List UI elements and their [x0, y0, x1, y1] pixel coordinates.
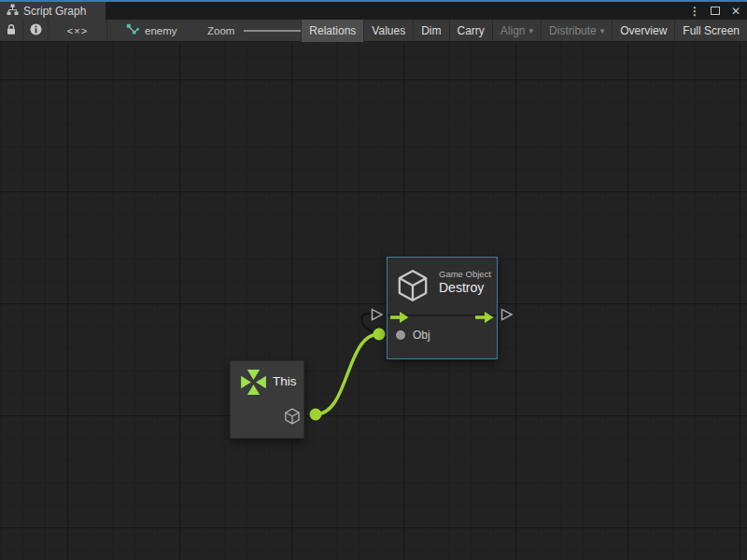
- gameobject-cube-icon: [394, 267, 431, 308]
- hierarchy-icon: [7, 4, 19, 19]
- code-view-button[interactable]: <×>: [49, 20, 107, 42]
- dim-button[interactable]: Dim: [413, 20, 448, 42]
- graph-asset-icon: [126, 23, 139, 38]
- script-graph-window: Script Graph ⋮ ✕: [0, 0, 747, 560]
- graph-name: enemy: [145, 25, 177, 36]
- tab-script-graph[interactable]: Script Graph: [0, 2, 106, 20]
- carry-button[interactable]: Carry: [449, 20, 492, 42]
- value-connection-wire[interactable]: [316, 334, 379, 414]
- node-title: This: [273, 374, 297, 388]
- maximize-icon: [711, 7, 720, 15]
- lock-icon: [6, 23, 17, 38]
- node-title: Destroy: [439, 280, 484, 295]
- relations-button[interactable]: Relations: [301, 20, 363, 42]
- gameobject-output-port[interactable]: [283, 407, 302, 429]
- info-icon: [30, 23, 42, 38]
- obj-input-port[interactable]: [396, 330, 405, 340]
- control-input-port[interactable]: [371, 308, 384, 325]
- tab-bar: Script Graph ⋮ ✕: [0, 2, 747, 20]
- code-view-icon: <×>: [67, 25, 88, 36]
- values-button[interactable]: Values: [363, 20, 413, 42]
- wire-source-dot: [310, 409, 322, 421]
- toolbar-buttons: Relations Values Dim Carry Align ▾ Distr…: [301, 20, 747, 42]
- node-category: Game Object: [439, 269, 491, 279]
- chevron-down-icon: ▾: [529, 26, 534, 35]
- close-button[interactable]: ✕: [728, 4, 743, 19]
- align-button[interactable]: Align ▾: [492, 20, 541, 42]
- distribute-button[interactable]: Distribute ▾: [541, 20, 612, 42]
- wire-target-dot: [374, 329, 386, 341]
- window-menu-button[interactable]: ⋮: [687, 4, 702, 19]
- node-destroy[interactable]: Game Object Destroy Obj: [387, 257, 498, 359]
- window-controls: ⋮ ✕: [687, 2, 743, 20]
- graph-canvas[interactable]: Game Object Destroy Obj: [0, 42, 747, 560]
- overview-button[interactable]: Overview: [612, 20, 674, 42]
- zoom-label: Zoom: [207, 25, 234, 36]
- graph-breadcrumb[interactable]: enemy: [126, 20, 177, 42]
- chevron-down-icon: ▾: [600, 26, 605, 35]
- this-converge-icon: [239, 368, 268, 400]
- flow-out-arrow-icon[interactable]: [475, 310, 494, 327]
- obj-port-label: Obj: [413, 329, 430, 342]
- tab-title: Script Graph: [23, 5, 86, 18]
- graph-toolbar: <×> enemy Zoom 1x Relations Values: [0, 20, 747, 42]
- control-output-port[interactable]: [500, 308, 514, 325]
- maximize-button[interactable]: [708, 4, 723, 19]
- full-screen-button[interactable]: Full Screen: [674, 20, 747, 42]
- node-this[interactable]: This: [230, 360, 304, 439]
- info-button[interactable]: [23, 20, 49, 42]
- lock-button[interactable]: [0, 20, 23, 42]
- flow-in-arrow-icon[interactable]: [390, 310, 409, 327]
- connection-wires: [0, 42, 747, 560]
